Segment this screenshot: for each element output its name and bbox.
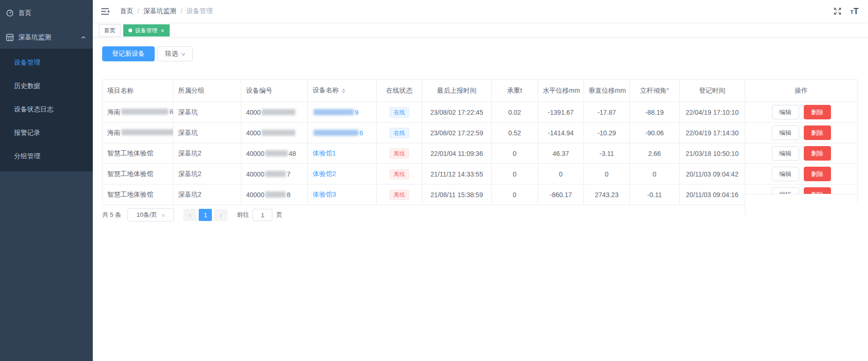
cell-status: 离线 [377, 164, 422, 184]
register-device-button[interactable]: 登记新设备 [102, 46, 155, 61]
cell-text: 40000 [246, 150, 264, 157]
cell-text: 深基坑 [178, 129, 198, 136]
monitor-grid-icon [6, 34, 14, 41]
font-size-icon[interactable]: TT [850, 7, 859, 15]
tab-device-management[interactable]: 设备管理 × [123, 24, 170, 37]
sidebar-item-monitor[interactable]: 深基坑监测 [0, 26, 93, 49]
font-size-big-label: T [853, 7, 859, 16]
sidebar-submenu: 设备管理历史数据设备状态日志报警记录分组管理 [0, 49, 93, 171]
sidebar-item-label: 历史数据 [14, 82, 40, 89]
breadcrumb-separator: / [180, 7, 182, 15]
status-badge: 在线 [389, 107, 409, 118]
close-tab-icon[interactable]: × [161, 28, 165, 34]
cell-text: 深基坑2 [178, 149, 202, 157]
edit-button[interactable]: 编辑 [772, 125, 799, 140]
cell-tilt: 0 [630, 164, 680, 184]
column-header-label: 设备名称 [313, 86, 339, 94]
next-page-button[interactable]: › [214, 209, 227, 221]
column-header-label: 最后上报时间 [437, 87, 477, 94]
device-name-link[interactable]: 体验馆3 [313, 191, 336, 198]
sidebar: 首页 深基坑监测 设备管理历史数据设备状态日志报警记录分组管理 [0, 0, 93, 361]
column-header-label: 垂直位移mm [589, 87, 626, 94]
main-area: 首页 / 深基坑监测 / 设备管理 TT [93, 0, 868, 361]
fullscreen-icon[interactable] [833, 7, 842, 15]
device-name-link[interactable]: 体验馆1 [313, 149, 336, 157]
cell-text: 48 [289, 150, 296, 157]
sidebar-subitem-3[interactable]: 报警记录 [0, 121, 93, 144]
cell-text: 0.02 [508, 109, 521, 116]
cell-text: 22/01/04 11:09:36 [431, 150, 483, 157]
delete-button[interactable]: 删除 [804, 105, 831, 119]
cell-text: 40000 [246, 191, 264, 199]
sidebar-item-label: 报警记录 [14, 129, 40, 136]
cell-text: 4000 [246, 129, 261, 137]
device-name-link[interactable]: 体验馆2 [313, 170, 336, 177]
cell-device_no: 400008 [241, 184, 308, 205]
cell-text: 0 [605, 170, 609, 178]
page-size-value: 10条/页 [136, 211, 157, 219]
cell-text: -0.11 [647, 191, 662, 199]
cell-text: 21/03/18 10:50:10 [686, 150, 739, 157]
cell-v_disp: -3.11 [584, 143, 630, 164]
cell-text: 2.66 [648, 150, 661, 157]
page-size-select[interactable]: 10条/页 ∨ [127, 208, 174, 221]
sort-caret-icon[interactable] [342, 87, 345, 95]
sidebar-item-home[interactable]: 首页 [0, 0, 93, 26]
table-row: 智慧工地体验馆深基坑2400007体验馆2离线21/11/12 14:33:55… [103, 164, 858, 184]
tab-home[interactable]: 首页 [99, 24, 120, 37]
delete-button[interactable]: 删除 [804, 125, 831, 140]
cell-text: 智慧工地体验馆 [107, 191, 153, 198]
app-root: 首页 深基坑监测 设备管理历史数据设备状态日志报警记录分组管理 [0, 0, 868, 361]
toolbar: 登记新设备 筛选 ∨ [102, 46, 859, 61]
cell-status: 离线 [377, 143, 422, 164]
delete-button[interactable]: 删除 [804, 167, 831, 181]
page-content: 登记新设备 筛选 ∨ 项目名称所属分组设备编号设备名称在线状态最后上报时间承重t… [93, 38, 868, 361]
breadcrumb-item-current: 设备管理 [187, 7, 213, 15]
cell-group: 深基坑2 [173, 184, 241, 205]
cell-name: 体验馆2 [308, 164, 377, 184]
cell-text: 23/08/02 17:22:59 [430, 129, 483, 137]
sidebar-item-label: 分组管理 [14, 152, 40, 160]
sidebar-subitem-1[interactable]: 历史数据 [0, 74, 93, 97]
sidebar-subitem-4[interactable]: 分组管理 [0, 144, 93, 168]
sidebar-subitem-0[interactable]: 设备管理 [0, 51, 93, 74]
breadcrumb-item[interactable]: 深基坑监测 [143, 7, 176, 15]
cell-name: 6 [308, 123, 377, 143]
cell-h_disp: 46.37 [538, 143, 584, 164]
column-header-label: 立杆倾角° [640, 87, 669, 94]
column-header: 登记时间 [680, 80, 745, 102]
edit-button[interactable]: 编辑 [772, 167, 799, 181]
breadcrumb-separator: / [137, 7, 139, 15]
cell-text: 海南 [107, 129, 120, 136]
redacted-text [262, 130, 295, 136]
collapse-menu-icon[interactable] [101, 8, 110, 15]
cell-text: -90.06 [645, 129, 664, 137]
column-header-label: 承重t [507, 87, 522, 94]
cell-registered: 20/11/03 09:04:42 [680, 164, 745, 184]
current-page-button[interactable]: 1 [199, 209, 212, 221]
sidebar-subitem-2[interactable]: 设备状态日志 [0, 97, 93, 121]
cell-text: 40000 [246, 170, 264, 178]
cell-text: 21/11/12 14:33:55 [431, 170, 483, 178]
redacted-text [262, 109, 295, 115]
cell-tilt: -0.11 [630, 184, 680, 205]
device-name-link[interactable]: 6 [359, 129, 363, 137]
redacted-text [265, 192, 286, 198]
edit-button[interactable]: 编辑 [772, 105, 799, 119]
cell-actions: 编辑删除 [745, 102, 858, 123]
delete-button[interactable]: 删除 [804, 146, 831, 161]
cell-text: 0 [513, 170, 516, 178]
top-navbar: 首页 / 深基坑监测 / 设备管理 TT [93, 0, 868, 22]
chevron-left-icon: ‹ [189, 211, 191, 219]
filter-button[interactable]: 筛选 ∨ [157, 46, 193, 61]
chevron-right-icon: › [220, 211, 222, 219]
device-name-link[interactable]: 9 [355, 109, 359, 116]
goto-page-input[interactable] [253, 209, 272, 221]
prev-page-button[interactable]: ‹ [183, 209, 196, 221]
breadcrumb-item[interactable]: 首页 [120, 7, 133, 15]
edit-button[interactable]: 编辑 [772, 146, 799, 161]
cell-h_disp: -860.17 [538, 184, 584, 205]
topbar-actions: TT [833, 7, 859, 15]
cell-text: 海南 [107, 108, 120, 116]
sidebar-item-label: 设备管理 [14, 59, 40, 66]
